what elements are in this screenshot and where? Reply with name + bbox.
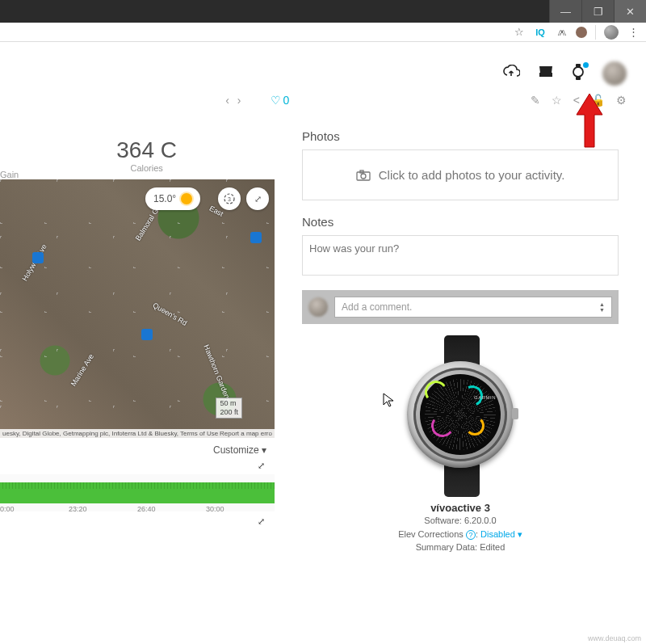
extension-iq-icon[interactable]: IQ (534, 26, 547, 39)
like-button[interactable]: ♡ 0 (271, 94, 290, 107)
app-header (0, 42, 646, 94)
browser-toolbar: ☆ IQ ⩕ ⋮ (0, 23, 646, 42)
notes-input[interactable] (302, 235, 619, 276)
transit-stop-icon (250, 232, 262, 243)
svg-point-7 (361, 174, 366, 179)
watch-notification-icon[interactable] (572, 64, 585, 84)
calories-value: 364 C (19, 137, 275, 163)
edit-icon[interactable]: ✎ (531, 94, 540, 107)
comment-stepper-icon[interactable]: ▲▼ (599, 301, 605, 313)
inbox-icon[interactable] (538, 65, 554, 83)
weather-pill[interactable]: 15.0° (145, 187, 200, 210)
map-report-link[interactable]: Report a map erro (220, 430, 272, 437)
user-avatar[interactable] (602, 61, 627, 86)
prev-activity-button[interactable]: ‹ (225, 94, 229, 107)
expand-chart-icon[interactable]: ⤢ (0, 511, 275, 530)
device-image: GARMIN (396, 335, 525, 497)
elev-corrections-toggle[interactable]: Disabled ▾ (480, 529, 522, 539)
window-close-button[interactable]: ✕ (614, 0, 646, 23)
map-attribution: uesky, Digital Globe, Getmapping plc, In… (0, 429, 275, 438)
transit-stop-icon (32, 252, 44, 263)
device-brand-label: GARMIN (474, 395, 496, 400)
svg-rect-0 (539, 73, 552, 77)
browser-menu-icon[interactable]: ⋮ (627, 26, 640, 39)
activity-action-row: ‹ › ♡ 0 ✎ ☆ < 🔓 ⚙ (0, 94, 646, 113)
map-terms-link[interactable]: Terms of Use (180, 430, 218, 437)
elevation-chart[interactable]: 0:00 23:20 26:40 30:00 (0, 474, 275, 511)
summary-data-value: Edited (480, 542, 505, 552)
street-label: Queen's Rd (152, 301, 189, 327)
watermark: www.deuaq.com (588, 634, 641, 642)
favorite-star-icon[interactable]: ☆ (552, 94, 562, 107)
next-activity-button[interactable]: › (237, 94, 241, 107)
street-label: Marine Ave (69, 352, 95, 387)
customize-map-button[interactable]: Customize ▾ (0, 438, 275, 461)
mouse-cursor-icon (383, 393, 394, 410)
bookmark-star-icon[interactable]: ☆ (513, 26, 526, 39)
commenter-avatar (308, 297, 328, 317)
comment-row: Add a comment. ▲▼ (302, 290, 619, 324)
notification-dot-icon (583, 62, 589, 68)
window-titlebar: — ❐ ✕ (0, 0, 646, 23)
browser-profile-avatar[interactable] (604, 25, 619, 40)
add-photos-button[interactable]: Click to add photos to your activity. (302, 149, 619, 200)
chart-area (0, 478, 275, 503)
privacy-lock-icon[interactable]: 🔓 (591, 94, 605, 107)
software-version: 6.20.0.0 (464, 516, 497, 525)
software-label: Software: (424, 516, 461, 525)
window-minimize-button[interactable]: — (549, 0, 581, 23)
map-rotate-button[interactable]: 3 (218, 187, 241, 210)
sun-icon (181, 193, 192, 204)
comment-placeholder: Add a comment. (342, 301, 412, 313)
extension-dot-icon[interactable] (576, 27, 587, 38)
comment-input[interactable]: Add a comment. ▲▼ (334, 297, 612, 318)
heart-icon: ♡ (271, 94, 281, 107)
toolbar-separator (595, 25, 596, 40)
street-label: Hawthorn Gardens (202, 343, 233, 403)
add-photos-label: Click to add photos to your activity. (379, 168, 565, 182)
elev-gain-label: Gain (0, 170, 19, 179)
transit-stop-icon (141, 329, 153, 340)
activity-map[interactable]: Holywell Ave Marine Ave Balmoral Gardens… (0, 179, 275, 438)
notes-heading: Notes (302, 215, 619, 229)
elev-corrections-label: Elev Corrections (398, 529, 464, 539)
window-maximize-button[interactable]: ❐ (581, 0, 614, 23)
chart-x-ticks: 0:00 23:20 26:40 30:00 (0, 505, 275, 513)
svg-point-3 (573, 67, 583, 77)
like-count: 0 (283, 94, 290, 107)
svg-text:3: 3 (228, 196, 231, 202)
share-icon[interactable]: < (573, 94, 580, 107)
temperature-value: 15.0° (153, 193, 176, 204)
summary-data-label: Summary Data: (416, 542, 477, 552)
map-scale: 50 m200 ft (216, 398, 242, 419)
extension-mountain-icon[interactable]: ⩕ (555, 26, 568, 39)
help-icon[interactable]: ? (466, 530, 476, 540)
device-card: GARMIN vívoactive 3 Software: 6.20.0.0 E… (302, 335, 619, 554)
calories-label: Calories (19, 163, 275, 173)
cloud-upload-icon[interactable] (502, 65, 520, 83)
photos-heading: Photos (302, 129, 619, 143)
map-fullscreen-button[interactable]: ⤢ (246, 187, 269, 210)
expand-chart-icon[interactable]: ⤢ (0, 461, 275, 474)
camera-icon (356, 168, 374, 182)
settings-gear-icon[interactable]: ⚙ (616, 94, 627, 107)
device-name: vívoactive 3 (302, 502, 619, 514)
